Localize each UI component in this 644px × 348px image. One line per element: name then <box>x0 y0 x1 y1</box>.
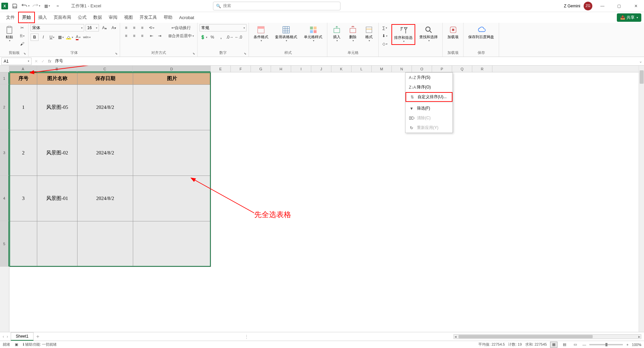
table-cell[interactable]: 3 <box>10 176 37 221</box>
share-button[interactable]: 📤 共享 ▾ <box>617 13 641 22</box>
sort-desc-item[interactable]: Z↓A降序(O) <box>406 82 452 92</box>
view-layout-icon[interactable]: ▤ <box>561 342 568 348</box>
table-cell[interactable]: 风景图-02 <box>37 130 77 176</box>
number-launcher[interactable]: ⬊ <box>244 52 248 56</box>
view-pagebreak-icon[interactable]: ▭ <box>572 342 579 348</box>
tab-formulas[interactable]: 公式 <box>74 12 90 22</box>
decrease-indent-icon[interactable]: ⇤ <box>148 32 156 40</box>
tab-file[interactable]: 文件 <box>3 12 18 22</box>
percent-icon[interactable]: % <box>208 33 216 41</box>
tab-data[interactable]: 数据 <box>90 12 105 22</box>
tab-insert[interactable]: 插入 <box>35 12 50 22</box>
status-accessibility[interactable]: ℹ 辅助功能: 一切就绪 <box>23 342 57 347</box>
table-cell[interactable] <box>133 221 211 267</box>
custom-sort-item[interactable]: ⇅自定义排序(U)... <box>406 92 452 102</box>
table-header-cell[interactable]: 保存日期 <box>77 73 133 85</box>
tab-layout[interactable]: 页面布局 <box>50 12 74 22</box>
currency-icon[interactable]: 💲▾ <box>200 33 208 41</box>
table-cell[interactable]: 2024/8/2 <box>77 85 133 130</box>
tab-help[interactable]: 帮助 <box>160 12 176 22</box>
col-header-N[interactable]: N <box>392 66 412 72</box>
search-input[interactable]: 🔍 搜索 <box>213 2 340 10</box>
col-header-H[interactable]: H <box>271 66 291 72</box>
collapse-ribbon-icon[interactable]: ⌄ <box>639 342 642 347</box>
cancel-formula-icon[interactable]: ✕ <box>33 59 40 64</box>
orientation-icon[interactable]: ⟲▾ <box>148 24 156 31</box>
table-cell[interactable] <box>133 85 211 130</box>
zoom-slider[interactable] <box>589 344 623 345</box>
font-select[interactable]: 宋体▾ <box>31 24 84 31</box>
col-header-J[interactable]: J <box>311 66 331 72</box>
col-header-P[interactable]: P <box>432 66 452 72</box>
fill-icon[interactable]: ⬇▾ <box>381 32 389 40</box>
font-color-button[interactable]: A▾ <box>74 33 82 41</box>
close-button[interactable]: ✕ <box>629 1 643 11</box>
select-all-corner[interactable] <box>0 66 9 72</box>
col-header-I[interactable]: I <box>291 66 311 72</box>
col-header-G[interactable]: G <box>251 66 271 72</box>
col-header-C[interactable]: C <box>77 66 133 72</box>
table-cell[interactable]: 风景图-05 <box>37 85 77 130</box>
tab-view[interactable]: 视图 <box>121 12 136 22</box>
tab-acrobat[interactable]: Acrobat <box>176 13 198 22</box>
align-bottom-icon[interactable]: ≡ <box>138 24 146 31</box>
col-header-R[interactable]: R <box>472 66 492 72</box>
tab-review[interactable]: 审阅 <box>105 12 121 22</box>
filter-item[interactable]: ▼筛选(F) <box>406 103 452 113</box>
increase-font-icon[interactable]: A▴ <box>100 24 108 31</box>
table-cell[interactable]: 2024/8/2 <box>77 176 133 221</box>
table-cell[interactable]: 风景图-01 <box>37 176 77 221</box>
vertical-scrollbar[interactable] <box>639 66 644 332</box>
paste-button[interactable]: 粘贴▾ <box>2 24 17 44</box>
add-sheet-icon[interactable]: + <box>36 334 39 340</box>
tab-home[interactable]: 开始 <box>18 12 35 23</box>
table-cell[interactable] <box>77 221 133 267</box>
sort-filter-button[interactable]: 排序和筛选▾ <box>391 24 415 45</box>
view-normal-icon[interactable]: ▦ <box>550 342 557 348</box>
sheet-tab[interactable]: Sheet1 <box>11 332 34 341</box>
user-avatar[interactable]: ZG <box>584 2 592 10</box>
col-header-L[interactable]: L <box>352 66 372 72</box>
tab-dev[interactable]: 开发工具 <box>136 12 160 22</box>
increase-indent-icon[interactable]: ⇥ <box>156 32 164 40</box>
save-baidu-button[interactable]: 保存到百度网盘 <box>466 24 497 41</box>
bold-button[interactable]: B <box>31 33 39 41</box>
qat-customize-icon[interactable]: ▦▾ <box>43 2 51 10</box>
table-header-cell[interactable]: 序号 <box>10 73 37 85</box>
row-header-4[interactable]: 4 <box>0 176 9 221</box>
sort-asc-item[interactable]: A↓Z升序(S) <box>406 73 452 82</box>
align-center-icon[interactable]: ≡ <box>130 32 138 40</box>
col-header-Q[interactable]: Q <box>452 66 472 72</box>
wrap-text-button[interactable]: ↩ 自动换行 <box>167 24 195 31</box>
underline-button[interactable]: U▾ <box>48 33 56 41</box>
decrease-decimal-icon[interactable]: ←.0 <box>234 33 243 41</box>
border-button[interactable]: ▦▾ <box>57 33 65 41</box>
table-cell[interactable] <box>10 221 37 267</box>
spreadsheet-grid[interactable]: ABCDEFGHIJKLMNOPQR 12345 序号图片名称保存日期图片1风景… <box>0 66 644 332</box>
table-cell[interactable]: 1 <box>10 85 37 130</box>
row-header-2[interactable]: 2 <box>0 84 9 130</box>
row-header-3[interactable]: 3 <box>0 130 9 176</box>
font-launcher[interactable]: ⬊ <box>115 52 119 56</box>
comma-icon[interactable]: , <box>217 33 225 41</box>
redo-icon[interactable]: ▾ <box>32 2 40 10</box>
font-size-select[interactable]: 16▾ <box>86 24 99 31</box>
sheet-prev-icon[interactable]: ‹ <box>3 334 4 339</box>
expand-formula-icon[interactable]: ⌄ <box>637 59 644 64</box>
table-header-cell[interactable]: 图片名称 <box>37 73 77 85</box>
clipboard-launcher[interactable]: ⬊ <box>23 52 28 56</box>
insert-cells-button[interactable]: 插入▾ <box>329 24 344 44</box>
table-cell[interactable] <box>133 176 211 221</box>
fx-icon[interactable]: fx <box>46 59 53 64</box>
status-recorder-icon[interactable]: ▣ <box>15 342 18 347</box>
table-header-cell[interactable]: 图片 <box>133 73 211 85</box>
format-cells-button[interactable]: 格式▾ <box>362 24 376 44</box>
conditional-format-button[interactable]: 条件格式▾ <box>251 24 271 44</box>
copy-icon[interactable]: ⎘▾ <box>18 32 26 40</box>
align-launcher[interactable]: ⬊ <box>193 52 197 56</box>
increase-decimal-icon[interactable]: .0→ <box>226 33 234 41</box>
col-header-E[interactable]: E <box>211 66 231 72</box>
qat-more-icon[interactable]: ≂ <box>54 2 62 10</box>
addins-button[interactable]: 加载项 <box>445 24 461 41</box>
clear-icon[interactable]: ◇▾ <box>381 40 389 48</box>
